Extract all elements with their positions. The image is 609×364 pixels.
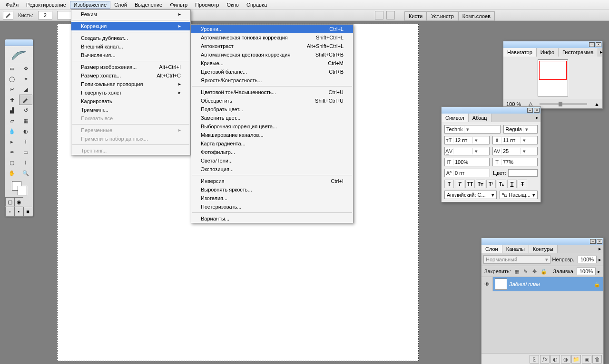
menu-auto-levels[interactable]: Автоматическая тоновая коррекцияShift+Ct…	[191, 33, 353, 42]
close-icon[interactable]: ×	[596, 42, 601, 47]
tools-header[interactable]	[5, 39, 33, 46]
menu-crop[interactable]: Кадрировать	[71, 97, 190, 105]
quickmask-std[interactable]: ▢	[5, 197, 14, 207]
quickmask-mask[interactable]: ◉	[14, 197, 23, 207]
bold-toggle[interactable]: T	[444, 180, 454, 188]
screen-full[interactable]: ■	[23, 207, 32, 216]
menu-gradient-map[interactable]: Карта градиента...	[191, 139, 353, 148]
menu-pixel-ratio[interactable]: Попиксельная пропорция	[71, 80, 190, 88]
visibility-icon[interactable]: 👁	[481, 277, 493, 291]
zoom-value[interactable]: 100 %	[506, 101, 521, 107]
hand-tool[interactable]: ✋	[5, 168, 19, 178]
doc-icon2[interactable]	[386, 11, 395, 19]
menu-rotate-canvas[interactable]: Повернуть холст	[71, 88, 190, 97]
strike-toggle[interactable]: T	[518, 180, 527, 188]
menu-match-color[interactable]: Подобрать цвет...	[191, 105, 353, 114]
menu-duplicate[interactable]: Создать дубликат...	[71, 34, 190, 42]
fill-stepper[interactable]: ▸	[598, 268, 600, 275]
menu-selective-color[interactable]: Выборочная коррекция цвета...	[191, 122, 353, 131]
menu-channel-mixer[interactable]: Микширование каналов...	[191, 131, 353, 139]
menu-color-balance[interactable]: Цветовой баланс...Ctrl+B	[191, 67, 353, 76]
text-color-swatch[interactable]	[508, 169, 538, 177]
layers-header[interactable]: –×	[481, 238, 603, 245]
underline-toggle[interactable]: T	[507, 180, 517, 188]
menu-replace-color[interactable]: Заменить цвет...	[191, 114, 353, 122]
pen-tool[interactable]: ✒	[5, 147, 19, 157]
opacity-input[interactable]	[578, 256, 597, 263]
menu-file[interactable]: Файл	[2, 1, 22, 9]
menu-correction[interactable]: Коррекция	[71, 22, 190, 30]
font-family-select[interactable]: ▾	[444, 125, 501, 134]
baseline-input[interactable]: Aª	[444, 169, 490, 177]
new-layer-icon[interactable]: ▣	[582, 355, 591, 364]
menu-image-size[interactable]: Размер изображения...Alt+Ctrl+I	[71, 63, 190, 71]
superscript-toggle[interactable]: T¹	[486, 180, 496, 188]
tab-paragraph[interactable]: Абзац	[469, 114, 491, 122]
kerning-input[interactable]: A̲V▾	[444, 147, 490, 155]
menu-auto-contrast[interactable]: АвтоконтрастAlt+Shift+Ctrl+L	[191, 42, 353, 50]
menu-hue-saturation[interactable]: Цветовой тон/Насыщенность...Ctrl+U	[191, 88, 353, 96]
menu-canvas-size[interactable]: Размер холста...Alt+Ctrl+C	[71, 71, 190, 80]
delete-layer-icon[interactable]: 🗑	[592, 355, 602, 364]
menu-exposure[interactable]: Экспозиция...	[191, 165, 353, 173]
panel-menu-icon[interactable]: ▸	[598, 48, 605, 57]
eraser-tool[interactable]: ▱	[5, 115, 19, 126]
layer-name[interactable]: Задний план	[509, 281, 594, 287]
doc-icon1[interactable]	[375, 11, 383, 19]
allcaps-toggle[interactable]: TT	[465, 180, 475, 188]
screen-full-menu[interactable]: ▪	[14, 207, 23, 216]
zoom-tool[interactable]: 🔍	[19, 168, 32, 178]
layers-empty-area[interactable]	[481, 291, 603, 353]
menu-edit[interactable]: Редактирование	[22, 1, 70, 9]
path-tool[interactable]: ▸	[5, 136, 19, 147]
stamp-tool[interactable]: ▟	[5, 105, 19, 115]
screen-std[interactable]: ▫	[5, 207, 14, 216]
layer-thumbnail[interactable]	[495, 278, 507, 290]
vscale-input[interactable]: IT	[444, 158, 490, 166]
menu-photo-filter[interactable]: Фотофильтр...	[191, 148, 353, 156]
font-style-select[interactable]: ▾	[503, 125, 538, 134]
tool-preset-icon[interactable]	[3, 11, 13, 19]
menu-layer[interactable]: Слой	[110, 1, 131, 9]
minimize-icon[interactable]: –	[590, 239, 596, 244]
menu-brightness-contrast[interactable]: Яркость/Контрастность...	[191, 76, 353, 85]
brush-size-field[interactable]: 2	[38, 11, 52, 19]
close-icon[interactable]: ×	[597, 239, 602, 244]
navigator-header[interactable]: –×	[503, 41, 602, 48]
fill-input[interactable]	[577, 268, 596, 275]
menu-variations[interactable]: Варианты...	[191, 214, 353, 223]
marquee-tool[interactable]: ▭	[5, 63, 19, 74]
menu-select[interactable]: Выделение	[131, 1, 166, 9]
menu-apply-image[interactable]: Внешний канал...	[71, 42, 190, 51]
minimize-icon[interactable]: –	[527, 108, 533, 113]
menu-posterize[interactable]: Постеризовать...	[191, 202, 353, 211]
menu-equalize[interactable]: Выровнять яркость...	[191, 185, 353, 194]
tab-paths[interactable]: Контуры	[529, 245, 558, 253]
crop-tool[interactable]: ✂	[5, 84, 19, 95]
layer-style-icon[interactable]: ƒx	[540, 355, 550, 364]
eyedropper-tool[interactable]: ⁞	[19, 157, 32, 168]
menu-auto-color[interactable]: Автоматическая цветовая коррекцияShift+C…	[191, 50, 353, 59]
lasso-tool[interactable]: ◯	[5, 74, 19, 84]
panel-menu-icon[interactable]: ▸	[491, 114, 540, 122]
menu-window[interactable]: Окно	[223, 1, 243, 9]
character-header[interactable]: –×	[442, 107, 540, 114]
menu-image[interactable]: Изображение	[70, 1, 110, 9]
shape-tool[interactable]: ▭	[19, 147, 32, 157]
lock-all-icon[interactable]: 🔒	[540, 268, 548, 275]
menu-desaturate[interactable]: ОбесцветитьShift+Ctrl+U	[191, 96, 353, 105]
slice-tool[interactable]: ◢	[19, 84, 32, 95]
menu-help[interactable]: Справка	[243, 1, 271, 9]
lock-transparency-icon[interactable]: ▦	[513, 268, 521, 275]
menu-trim[interactable]: Тримминг...	[71, 105, 190, 114]
font-size-input[interactable]: тT▾	[444, 136, 490, 144]
menu-shadow-highlight[interactable]: Света/Тени...	[191, 156, 353, 165]
tracking-input[interactable]: AV▾	[492, 147, 538, 155]
menu-filter[interactable]: Фильтр	[166, 1, 191, 9]
layer-row-background[interactable]: 👁 Задний план 🔒	[481, 277, 603, 291]
new-group-icon[interactable]: 📁	[571, 355, 581, 364]
tab-tool-presets[interactable]: Уст.инстр	[427, 11, 458, 21]
tab-histogram[interactable]: Гистограмма	[559, 48, 598, 57]
menu-calculations[interactable]: Вычисления...	[71, 51, 190, 59]
zoom-in-icon[interactable]: ▲	[594, 101, 599, 107]
